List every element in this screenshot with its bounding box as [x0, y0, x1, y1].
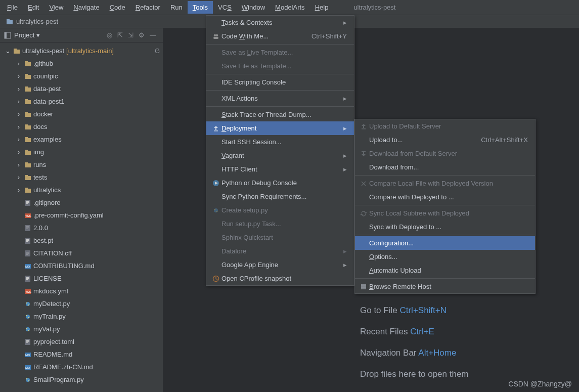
tools-menu-item[interactable]: XML Actions▸	[206, 92, 354, 105]
tree-node[interactable]: best.pt	[0, 234, 163, 247]
tree-node[interactable]: ⌄ultralytics-pest [ultralytics-main]G	[0, 45, 163, 57]
tree-node[interactable]: LICENSE	[0, 272, 163, 285]
deploy-menu-item[interactable]: Upload to...Ctrl+Alt+Shift+X	[355, 133, 535, 147]
menu-file[interactable]: File	[2, 1, 23, 14]
tools-menu-item: Create setup.py	[206, 203, 354, 217]
tree-node[interactable]: myDetect.py	[0, 297, 163, 310]
chevron-right-icon[interactable]: ›	[15, 161, 22, 168]
gear-icon[interactable]: ⚙	[139, 31, 145, 39]
tree-node[interactable]: ›countpic	[0, 70, 163, 82]
chevron-right-icon[interactable]: ›	[15, 85, 22, 93]
tools-menu-item[interactable]: Sync Python Requirements...	[206, 190, 354, 203]
chevron-right-icon[interactable]: ›	[15, 136, 22, 143]
menu-vcs[interactable]: VCS	[213, 1, 237, 14]
tree-label: 2.0.0	[33, 224, 48, 232]
tree-node[interactable]: ›examples	[0, 133, 163, 146]
tree-node[interactable]: myTrain.py	[0, 310, 163, 323]
menu-code[interactable]: Code	[105, 1, 130, 14]
tree-node[interactable]: ›docs	[0, 120, 163, 133]
menu-edit[interactable]: Edit	[23, 1, 44, 14]
tree-node[interactable]: YML.pre-commit-config.yaml	[0, 209, 163, 222]
tip-shortcut: Alt+Home	[418, 348, 456, 358]
chevron-right-icon[interactable]: ›	[15, 173, 22, 181]
deploy-menu-item[interactable]: Sync with Deployed to ...	[355, 220, 535, 234]
svg-rect-37	[26, 229, 28, 229]
folder-icon	[24, 136, 31, 143]
tree-node[interactable]: ›data-pest	[0, 82, 163, 95]
tree-node[interactable]: 2.0.0	[0, 222, 163, 234]
breadcrumb-label: ultralytics-pest	[16, 18, 58, 25]
chevron-down-icon[interactable]: ⌄	[4, 47, 11, 55]
svg-rect-61	[26, 340, 29, 341]
project-tree[interactable]: ⌄ultralytics-pest [ultralytics-main]G›.g…	[0, 42, 163, 388]
menu-tools[interactable]: Tools	[188, 1, 213, 14]
deploy-menu-item[interactable]: Configuration...	[355, 236, 535, 250]
tree-node[interactable]: pyproject.toml	[0, 335, 163, 348]
deploy-menu-item[interactable]: Options...	[355, 250, 535, 264]
collapse-icon[interactable]: ⇲	[128, 31, 133, 39]
menu-item-label: Code With Me...	[221, 32, 302, 40]
tools-menu-item[interactable]: Deployment▸	[206, 121, 354, 135]
menu-navigate[interactable]: Navigate	[68, 1, 104, 14]
chevron-right-icon[interactable]: ›	[15, 60, 22, 67]
tree-node[interactable]: MDREADME.zh-CN.md	[0, 361, 163, 373]
expand-icon[interactable]: ⇱	[117, 31, 123, 39]
chevron-right-icon[interactable]: ›	[15, 110, 22, 118]
menu-refactor[interactable]: Refactor	[130, 1, 165, 14]
hide-icon[interactable]: —	[150, 31, 156, 39]
chevron-right-icon[interactable]: ›	[15, 186, 22, 194]
tree-node[interactable]: MDCONTRIBUTING.md	[0, 259, 163, 272]
menu-item-label: Download from...	[369, 163, 528, 171]
deploy-menu-item[interactable]: Download from...	[355, 160, 535, 174]
tools-menu-item[interactable]: Python or Debug Console	[206, 176, 354, 190]
tools-menu-item[interactable]: Vagrant▸	[206, 149, 354, 162]
tree-node[interactable]: ›docker	[0, 108, 163, 120]
tools-menu-item[interactable]: Stack Trace or Thread Dump...	[206, 108, 354, 121]
tip-shortcut: Ctrl+Shift+N	[399, 306, 447, 315]
deploy-menu-item[interactable]: Automatic Upload	[355, 264, 535, 277]
menu-modelarts[interactable]: ModelArts	[270, 1, 310, 14]
svg-rect-20	[25, 151, 31, 155]
tools-menu-item[interactable]: Google App Engine▸	[206, 258, 354, 272]
md-icon: MD	[24, 364, 31, 371]
tools-menu-item[interactable]: HTTP Client▸	[206, 162, 354, 176]
submenu-arrow-icon: ▸	[343, 95, 347, 102]
tools-menu-item[interactable]: Open CProfile snapshot	[206, 272, 354, 285]
tree-node[interactable]: ›tests	[0, 171, 163, 184]
tools-menu-item[interactable]: Tasks & Contexts▸	[206, 16, 354, 29]
menu-view[interactable]: View	[44, 1, 68, 14]
tree-node[interactable]: ›ultralytics	[0, 184, 163, 196]
people-icon	[212, 33, 219, 40]
tools-menu-item[interactable]: Code With Me...Ctrl+Shift+Y	[206, 29, 354, 43]
tree-node[interactable]: ›img	[0, 146, 163, 158]
chevron-right-icon[interactable]: ›	[15, 72, 22, 80]
tree-node[interactable]: ›runs	[0, 158, 163, 171]
tree-node[interactable]: YMLmkdocs.yml	[0, 285, 163, 297]
svg-rect-0	[7, 20, 13, 24]
tools-menu-item[interactable]: IDE Scripting Console	[206, 75, 354, 89]
svg-text:MD: MD	[25, 366, 30, 369]
tree-node[interactable]: .gitignore	[0, 196, 163, 209]
chevron-right-icon[interactable]: ›	[15, 98, 22, 105]
tree-node[interactable]: ›.github	[0, 57, 163, 70]
menu-help[interactable]: Help	[310, 1, 334, 14]
tree-node[interactable]: ›data-pest1	[0, 95, 163, 108]
menu-window[interactable]: Window	[237, 1, 270, 14]
folder-icon	[24, 174, 31, 181]
chevron-right-icon[interactable]: ›	[15, 148, 22, 156]
tree-node[interactable]: CITATION.cff	[0, 247, 163, 259]
svg-rect-1	[7, 19, 10, 21]
deploy-menu-item[interactable]: Compare with Deployed to ...	[355, 190, 535, 204]
deploy-menu-item[interactable]: Browse Remote Host	[355, 280, 535, 293]
tree-node[interactable]: SmallProgram.py	[0, 373, 163, 386]
svg-point-58	[26, 328, 27, 329]
target-icon[interactable]: ◎	[107, 31, 112, 39]
tree-node[interactable]: MDREADME.md	[0, 348, 163, 361]
tree-node[interactable]: myVal.py	[0, 323, 163, 335]
tree-label: LICENSE	[33, 275, 62, 282]
project-view-selector[interactable]: Project ▾	[4, 31, 40, 39]
svg-rect-39	[26, 239, 29, 240]
menu-run[interactable]: Run	[165, 1, 188, 14]
tools-menu-item[interactable]: Start SSH Session...	[206, 135, 354, 149]
chevron-right-icon[interactable]: ›	[15, 123, 22, 130]
